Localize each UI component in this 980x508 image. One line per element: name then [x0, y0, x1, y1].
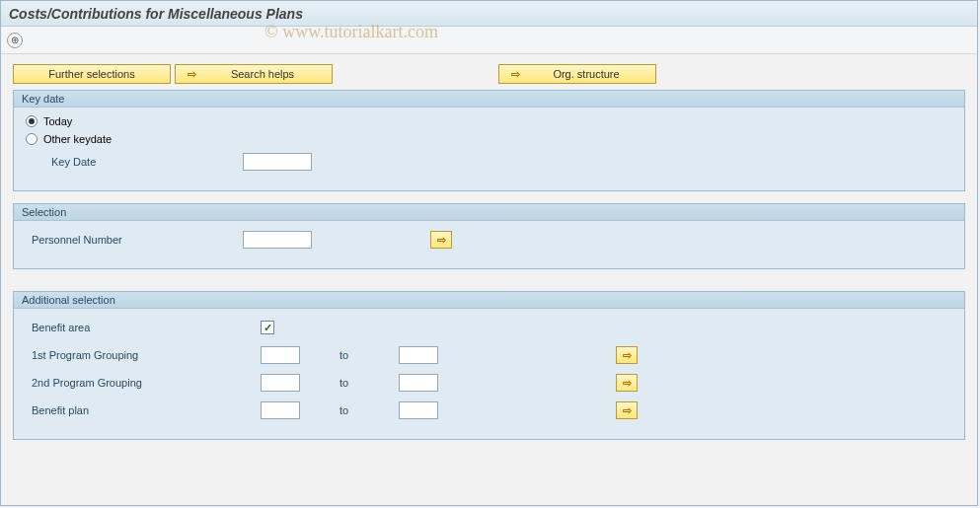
search-helps-button[interactable]: ⇨ Search helps	[175, 64, 333, 84]
app-toolbar: ⊕	[1, 27, 977, 54]
sap-screen: Costs/Contributions for Miscellaneous Pl…	[0, 0, 978, 506]
group-keydate: Key date Today Other keydate Key Date	[13, 90, 965, 191]
pg1-from-input[interactable]	[261, 346, 300, 364]
org-structure-button[interactable]: ⇨ Org. structure	[498, 64, 656, 84]
pg2-multiselect-button[interactable]: ⇨	[616, 374, 638, 392]
group-selection-title: Selection	[14, 204, 964, 221]
further-selections-button[interactable]: Further selections	[13, 64, 171, 84]
benefit-plan-from-input[interactable]	[261, 401, 300, 419]
radio-other-keydate-label: Other keydate	[43, 133, 112, 145]
benefit-area-checkbox[interactable]: ✓	[261, 321, 274, 334]
content-area: Further selections ⇨ Search helps ⇨ Org.…	[1, 54, 977, 462]
benefit-plan-label: Benefit plan	[26, 404, 243, 416]
spacer	[337, 64, 494, 84]
pg1-to-input[interactable]	[399, 346, 438, 364]
pernr-label: Personnel Number	[26, 234, 243, 246]
spacer	[13, 281, 965, 291]
group-additional: Additional selection Benefit area ✓ 1st …	[13, 291, 965, 440]
screen-title: Costs/Contributions for Miscellaneous Pl…	[9, 6, 303, 22]
benefit-plan-to-label: to	[300, 404, 399, 416]
pernr-multiselect-button[interactable]: ⇨	[430, 231, 452, 249]
titlebar: Costs/Contributions for Miscellaneous Pl…	[1, 1, 977, 27]
radio-today-label: Today	[43, 115, 72, 127]
pg1-to-label: to	[300, 349, 399, 361]
pg2-from-input[interactable]	[261, 374, 300, 392]
pg2-to-label: to	[300, 377, 399, 389]
group-selection: Selection Personnel Number ⇨	[13, 203, 965, 269]
pg1-multiselect-button[interactable]: ⇨	[616, 346, 638, 364]
group-keydate-title: Key date	[14, 91, 964, 108]
benefit-plan-multiselect-button[interactable]: ⇨	[616, 401, 638, 419]
benefit-area-label: Benefit area	[26, 322, 243, 333]
org-structure-label: Org. structure	[527, 68, 645, 80]
pg1-label: 1st Program Grouping	[26, 349, 243, 361]
pernr-input[interactable]	[243, 231, 312, 249]
pg2-to-input[interactable]	[399, 374, 438, 392]
benefit-plan-to-input[interactable]	[399, 401, 438, 419]
further-selections-label: Further selections	[48, 68, 134, 80]
selection-button-row: Further selections ⇨ Search helps ⇨ Org.…	[13, 64, 965, 84]
pg2-label: 2nd Program Grouping	[26, 377, 243, 389]
search-helps-label: Search helps	[203, 68, 322, 80]
execute-icon[interactable]: ⊕	[7, 33, 23, 48]
group-additional-title: Additional selection	[14, 292, 964, 309]
arrow-right-icon: ⇨	[186, 68, 197, 81]
radio-today[interactable]	[26, 115, 38, 127]
keydate-label: Key Date	[26, 156, 243, 168]
arrow-right-icon: ⇨	[509, 68, 521, 81]
radio-other-keydate[interactable]	[26, 133, 38, 145]
keydate-input[interactable]	[243, 153, 312, 171]
